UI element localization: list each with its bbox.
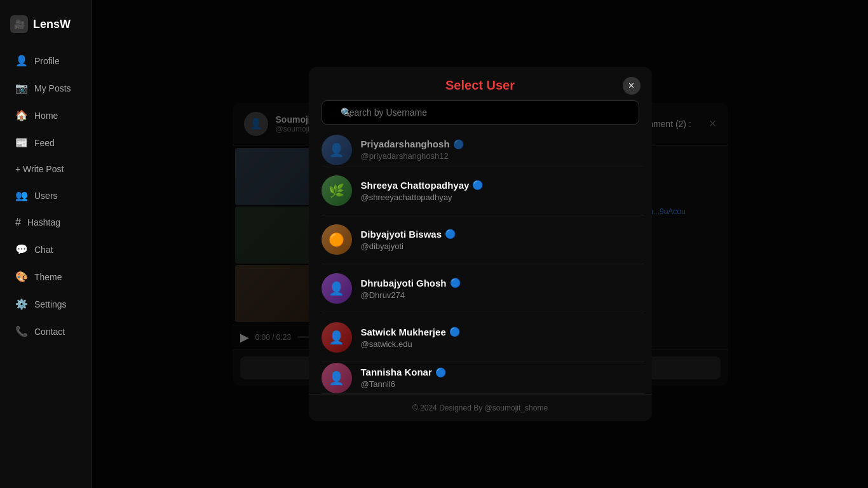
user-info: Priyadarshanghosh 🔵 @priyadarshanghosh12: [361, 139, 464, 161]
my-posts-icon: 📷: [15, 82, 28, 94]
user-list: 👤 Priyadarshanghosh 🔵 @priyadarshanghosh…: [309, 133, 652, 394]
logo-icon: 🎥: [10, 15, 28, 33]
user-name: Satwick Mukherjee 🔵: [361, 327, 460, 337]
user-name: Priyadarshanghosh 🔵: [361, 139, 464, 149]
user-name: Dhrubajyoti Ghosh 🔵: [361, 278, 461, 288]
user-handle: @priyadarshanghosh12: [361, 151, 464, 161]
sidebar-item-label: Home: [34, 111, 58, 121]
user-handle: @satwick.edu: [361, 339, 460, 349]
users-icon: 👥: [15, 189, 28, 201]
app-logo: 🎥 LensW: [0, 10, 92, 46]
verified-icon: 🔵: [445, 229, 456, 239]
sidebar-item-label: Profile: [34, 56, 60, 66]
list-item[interactable]: 🟠 Dibyajyoti Biswas 🔵 @dibyajyoti: [322, 215, 644, 264]
user-avatar: 🌿: [322, 175, 352, 206]
sidebar-item-label: Theme: [34, 272, 62, 282]
verified-icon: 🔵: [453, 139, 464, 149]
chat-icon: 💬: [15, 243, 28, 255]
user-handle: @Dhruv274: [361, 290, 461, 300]
list-item[interactable]: 👤 Priyadarshanghosh 🔵 @priyadarshanghosh…: [322, 133, 644, 166]
home-icon: 🏠: [15, 109, 28, 121]
sidebar-item-contact[interactable]: 📞 Contact: [5, 319, 86, 344]
theme-icon: 🎨: [15, 271, 28, 283]
verified-icon: 🔵: [449, 327, 460, 337]
user-info: Satwick Mukherjee 🔵 @satwick.edu: [361, 327, 460, 349]
user-avatar: 👤: [322, 135, 352, 165]
sidebar-item-settings[interactable]: ⚙️ Settings: [5, 292, 86, 316]
hashtag-icon: #: [15, 217, 21, 228]
sidebar-item-label: + Write Post: [15, 164, 64, 174]
sidebar-item-write-post[interactable]: + Write Post: [5, 158, 86, 180]
sidebar-item-profile[interactable]: 👤 Profile: [5, 48, 86, 73]
sidebar-item-theme[interactable]: 🎨 Theme: [5, 264, 86, 289]
sidebar-item-label: Settings: [34, 299, 67, 309]
user-info: Dhrubajyoti Ghosh 🔵 @Dhruv274: [361, 278, 461, 300]
user-info: Tannisha Konar 🔵 @Tannil6: [361, 367, 446, 389]
select-user-modal: Select User × 🔍 👤: [309, 67, 652, 421]
sidebar-item-label: Users: [34, 191, 58, 201]
sidebar-item-my-posts[interactable]: 📷 My Posts: [5, 76, 86, 100]
user-avatar: 👤: [322, 363, 352, 393]
list-item[interactable]: 👤 Tannisha Konar 🔵 @Tannil6: [322, 362, 644, 394]
verified-icon: 🔵: [450, 278, 461, 288]
sidebar-item-users[interactable]: 👥 Users: [5, 183, 86, 208]
sidebar-item-home[interactable]: 🏠 Home: [5, 103, 86, 128]
search-box: 🔍: [322, 100, 639, 125]
user-name: Shreeya Chattopadhyay 🔵: [361, 180, 484, 191]
user-name: Tannisha Konar 🔵: [361, 367, 446, 377]
select-user-header: Select User ×: [309, 67, 652, 100]
settings-icon: ⚙️: [15, 298, 28, 310]
app-name: LensW: [33, 18, 71, 31]
feed-icon: 📰: [15, 137, 28, 149]
sidebar-item-label: Feed: [34, 138, 55, 148]
sidebar-item-hashtag[interactable]: # Hashtag: [5, 210, 86, 234]
select-user-close-button[interactable]: ×: [623, 77, 641, 95]
sidebar-item-label: Contact: [34, 327, 65, 337]
user-handle: @dibyajyoti: [361, 241, 456, 251]
user-name: Dibyajyoti Biswas 🔵: [361, 229, 456, 240]
contact-icon: 📞: [15, 325, 28, 337]
verified-icon: 🔵: [435, 367, 446, 377]
user-info: Dibyajyoti Biswas 🔵 @dibyajyoti: [361, 229, 456, 251]
user-info: Shreeya Chattopadhyay 🔵 @shreeyachattopa…: [361, 180, 484, 202]
sidebar-item-chat[interactable]: 💬 Chat: [5, 237, 86, 262]
list-item[interactable]: 🌿 Shreeya Chattopadhyay 🔵 @shreeyachatto…: [322, 166, 644, 215]
profile-icon: 👤: [15, 55, 28, 67]
list-item[interactable]: 👤 Dhrubajyoti Ghosh 🔵 @Dhruv274: [322, 264, 644, 313]
main-content: 👤 Soumojit Shome 🔵 @soumojit2024 Comment…: [92, 0, 868, 488]
search-input[interactable]: [322, 100, 639, 125]
list-item[interactable]: 👤 Satwick Mukherjee 🔵 @satwick.edu: [322, 313, 644, 362]
user-avatar: 👤: [322, 322, 352, 353]
sidebar: 🎥 LensW 👤 Profile 📷 My Posts 🏠 Home 📰 Fe…: [0, 0, 92, 488]
user-avatar: 🟠: [322, 224, 352, 255]
user-avatar: 👤: [322, 273, 352, 304]
search-wrap: 🔍: [309, 100, 652, 133]
user-handle: @Tannil6: [361, 379, 446, 389]
sidebar-item-feed[interactable]: 📰 Feed: [5, 130, 86, 155]
select-user-backdrop: Select User × 🔍 👤: [92, 0, 868, 488]
sidebar-item-label: Chat: [34, 245, 53, 255]
sidebar-item-label: Hashtag: [27, 217, 60, 227]
footer-text: © 2024 Designed By @soumojit_shome: [412, 403, 548, 412]
user-handle: @shreeyachattopadhyay: [361, 193, 484, 202]
verified-icon: 🔵: [472, 180, 483, 190]
select-user-title: Select User: [445, 78, 515, 93]
sidebar-item-label: My Posts: [34, 83, 71, 93]
select-user-footer: © 2024 Designed By @soumojit_shome: [309, 394, 652, 421]
